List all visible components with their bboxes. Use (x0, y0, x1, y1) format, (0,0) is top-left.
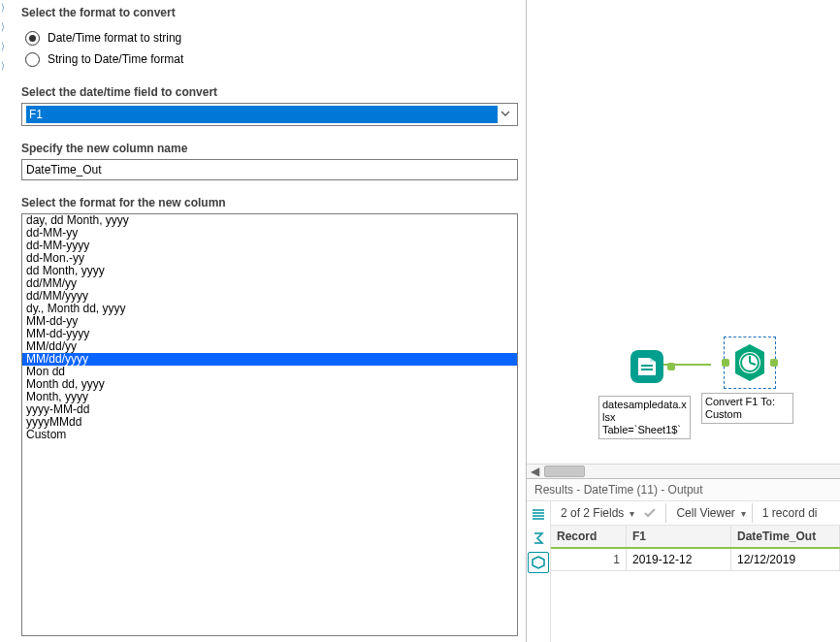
fields-count[interactable]: 2 of 2 Fields (557, 506, 628, 520)
config-panel: Select the format to convert Date/Time f… (14, 0, 527, 642)
format-option[interactable]: dd Month, yyyy (22, 265, 517, 277)
results-body: 2 of 2 Fields ▾ Cell Viewer ▾ 1 record d… (527, 501, 840, 642)
format-option[interactable]: MM-dd-yyyy (22, 328, 517, 340)
radio-group-format: Date/Time format to string String to Dat… (25, 27, 518, 70)
cell-viewer-button[interactable]: Cell Viewer (672, 506, 738, 520)
format-option[interactable]: Month, yyyy (22, 391, 517, 403)
chevron-down-icon (498, 108, 513, 121)
results-main: 2 of 2 Fields ▾ Cell Viewer ▾ 1 record d… (551, 501, 840, 642)
format-option[interactable]: dy., Month dd, yyyy (22, 303, 517, 315)
radio-dt-to-string[interactable]: Date/Time format to string (25, 27, 518, 48)
anchor-in[interactable] (722, 359, 729, 367)
results-grid[interactable]: Record F1 DateTime_Out 12019-12-1212/12/… (551, 526, 840, 571)
cell-record: 1 (551, 548, 627, 571)
results-pane: Results - DateTime (11) - Output 2 (527, 478, 840, 642)
format-option[interactable]: dd-MM-yyyy (22, 240, 517, 252)
table-row[interactable]: 12019-12-1212/12/2019 (551, 548, 840, 571)
new-column-input[interactable] (21, 159, 518, 180)
separator (665, 503, 666, 523)
rail-glyph: ⟩ (1, 21, 5, 32)
col-datetime-out[interactable]: DateTime_Out (731, 526, 840, 548)
svg-rect-2 (641, 369, 653, 370)
right-side: datesampledata.xlsx Table=`Sheet1$` (527, 0, 840, 642)
record-count: 1 record di (759, 506, 822, 520)
cell-f1: 2019-12-12 (627, 548, 731, 571)
format-option[interactable]: yyyy-MM-dd (22, 403, 517, 416)
radio-icon (25, 31, 40, 46)
grid-header-row: Record F1 DateTime_Out (551, 526, 840, 548)
scroll-thumb[interactable] (544, 465, 585, 477)
left-rail: ⟩ ⟩ ⟩ ⟩ (0, 0, 14, 642)
format-option[interactable]: day, dd Month, yyyy (22, 214, 517, 227)
check-icon[interactable] (640, 503, 660, 523)
workflow-canvas[interactable]: datesampledata.xlsx Table=`Sheet1$` (527, 0, 840, 478)
format-option[interactable]: Custom (22, 429, 517, 441)
rail-glyph: ⟩ (1, 41, 5, 51)
format-option[interactable]: MM/dd/yyyy (22, 353, 517, 366)
col-record[interactable]: Record (551, 526, 627, 548)
app-root: ⟩ ⟩ ⟩ ⟩ Select the format to convert Dat… (0, 0, 840, 642)
results-title: Results - DateTime (11) - Output (527, 479, 840, 501)
format-option[interactable]: Month dd, yyyy (22, 378, 517, 391)
format-option[interactable]: MM/dd/yy (22, 340, 517, 353)
anchor-out[interactable] (770, 359, 778, 367)
field-dropdown-value: F1 (26, 106, 498, 123)
radio-label: Date/Time format to string (48, 31, 181, 45)
label-select-field: Select the date/time field to convert (21, 85, 518, 99)
datetime-tool-icon (729, 342, 770, 383)
rail-glyph: ⟩ (1, 2, 5, 13)
format-option[interactable]: dd-MM-yy (22, 227, 517, 240)
rail-glyph: ⟩ (1, 60, 5, 71)
list-view-icon[interactable] (529, 505, 548, 525)
format-listbox[interactable]: day, dd Month, yyyydd-MM-yydd-MM-yyyydd-… (21, 213, 518, 636)
scroll-left-icon[interactable]: ◀ (527, 465, 542, 478)
input-tool-icon (627, 346, 667, 387)
results-sidebar (527, 501, 551, 642)
node-datetime-caption: Convert F1 To: Custom (701, 393, 793, 424)
label-select-format: Select the format to convert (21, 6, 518, 19)
node-input-tool[interactable]: datesampledata.xlsx Table=`Sheet1$` (598, 341, 695, 439)
field-dropdown[interactable]: F1 (21, 103, 518, 126)
format-option[interactable]: MM-dd-yy (22, 315, 517, 328)
format-option[interactable]: yyyyMMdd (22, 416, 517, 429)
radio-string-to-dt[interactable]: String to Date/Time format (25, 48, 518, 70)
anchor-out[interactable] (667, 363, 675, 370)
svg-rect-1 (641, 365, 653, 367)
separator (752, 503, 753, 523)
results-toolbar: 2 of 2 Fields ▾ Cell Viewer ▾ 1 record d… (551, 501, 840, 526)
node-datetime-tool[interactable]: Convert F1 To: Custom (701, 337, 798, 424)
hex-view-icon[interactable] (528, 552, 549, 573)
radio-icon (25, 52, 40, 67)
radio-label: String to Date/Time format (48, 52, 183, 66)
svg-marker-8 (533, 557, 544, 568)
col-f1[interactable]: F1 (627, 526, 731, 548)
format-option[interactable]: dd/MM/yy (22, 277, 517, 290)
node-input-caption: datesampledata.xlsx Table=`Sheet1$` (598, 396, 691, 439)
sigma-icon[interactable] (529, 529, 548, 548)
canvas-hscrollbar[interactable]: ◀ (527, 464, 840, 478)
label-format-list: Select the format for the new column (21, 196, 518, 209)
cell-datetime-out: 12/12/2019 (731, 548, 840, 571)
chevron-down-icon[interactable]: ▾ (741, 508, 746, 519)
chevron-down-icon[interactable]: ▾ (630, 508, 634, 519)
label-new-column: Specify the new column name (21, 142, 518, 155)
